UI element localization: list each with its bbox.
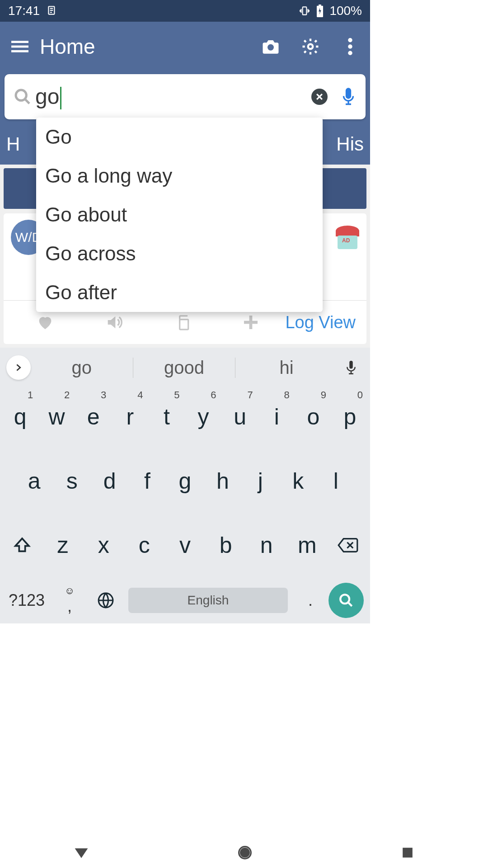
key-j[interactable]: j bbox=[242, 456, 279, 506]
keyboard-suggestion-row: go good hi bbox=[0, 348, 370, 387]
settings-icon[interactable] bbox=[300, 36, 321, 57]
search-box[interactable]: go bbox=[5, 74, 366, 119]
svg-rect-3 bbox=[319, 5, 322, 6]
key-x[interactable]: x bbox=[83, 520, 124, 570]
key-c[interactable]: c bbox=[124, 520, 164, 570]
svg-rect-16 bbox=[244, 321, 258, 324]
key-i[interactable]: 8i bbox=[258, 392, 295, 442]
keyboard: 1q 2w 3e 4r 5t 6y 7u 8i 9o 0p a s d f g … bbox=[0, 387, 370, 623]
svg-point-7 bbox=[267, 44, 274, 51]
svg-point-10 bbox=[348, 44, 352, 49]
svg-rect-6 bbox=[11, 50, 28, 52]
doc-icon bbox=[46, 5, 58, 17]
svg-point-8 bbox=[308, 44, 313, 49]
suggestion-item[interactable]: Go a long way bbox=[36, 156, 323, 195]
key-f[interactable]: f bbox=[128, 456, 166, 506]
svg-point-9 bbox=[348, 38, 352, 42]
key-h[interactable]: h bbox=[204, 456, 241, 506]
suggestions-dropdown: Go Go a long way Go about Go across Go a… bbox=[36, 118, 323, 312]
vibrate-icon bbox=[299, 5, 310, 17]
clear-icon[interactable] bbox=[311, 89, 328, 105]
svg-rect-1 bbox=[303, 7, 307, 14]
search-action-key[interactable] bbox=[328, 583, 364, 618]
svg-rect-13 bbox=[347, 89, 351, 98]
battery-icon bbox=[316, 5, 324, 17]
svg-rect-5 bbox=[11, 46, 28, 48]
kb-suggestion[interactable]: hi bbox=[235, 358, 338, 378]
key-z[interactable]: z bbox=[42, 520, 83, 570]
svg-point-11 bbox=[348, 51, 352, 56]
key-u[interactable]: 7u bbox=[222, 392, 258, 442]
mic-icon[interactable] bbox=[340, 87, 357, 107]
key-w[interactable]: 2w bbox=[38, 392, 75, 442]
key-v[interactable]: v bbox=[164, 520, 205, 570]
emoji-icon: ☺ bbox=[52, 585, 88, 597]
key-r[interactable]: 4r bbox=[112, 392, 148, 442]
svg-rect-4 bbox=[11, 41, 28, 43]
key-n[interactable]: n bbox=[246, 520, 287, 570]
kb-suggestion[interactable]: go bbox=[31, 358, 133, 378]
search-input[interactable]: go bbox=[35, 84, 61, 109]
menu-icon[interactable] bbox=[9, 36, 31, 57]
status-bar: 17:41 100% bbox=[0, 0, 370, 22]
suggestion-item[interactable]: Go across bbox=[36, 234, 323, 273]
camera-icon[interactable] bbox=[260, 36, 282, 57]
key-b[interactable]: b bbox=[206, 520, 246, 570]
key-g[interactable]: g bbox=[166, 456, 204, 506]
log-view-link[interactable]: Log View bbox=[285, 313, 359, 332]
app-bar: Home bbox=[0, 22, 370, 71]
search-icon bbox=[14, 88, 32, 106]
period-key[interactable]: . bbox=[292, 591, 328, 610]
favorite-icon[interactable] bbox=[11, 313, 80, 331]
symbols-key[interactable]: ?123 bbox=[2, 591, 52, 610]
copy-icon[interactable] bbox=[148, 314, 217, 331]
key-e[interactable]: 3e bbox=[75, 392, 112, 442]
kb-suggestion[interactable]: good bbox=[133, 358, 236, 378]
key-t[interactable]: 5t bbox=[148, 392, 185, 442]
more-icon[interactable] bbox=[339, 36, 361, 57]
keyboard-mic-icon[interactable] bbox=[338, 359, 365, 376]
keyboard-row-2: a s d f g h j k l bbox=[2, 456, 368, 506]
gift-ad-icon[interactable]: AD bbox=[336, 226, 359, 249]
emoji-comma-key[interactable]: ☺ , bbox=[52, 585, 88, 616]
key-p[interactable]: 0p bbox=[332, 392, 368, 442]
battery-percent: 100% bbox=[329, 4, 362, 18]
suggestion-item[interactable]: Go bbox=[36, 118, 323, 156]
page-title: Home bbox=[40, 34, 95, 59]
tab-home-partial[interactable]: H bbox=[6, 133, 20, 155]
keyboard-row-4: ?123 ☺ , English . bbox=[2, 580, 368, 621]
key-l[interactable]: l bbox=[317, 456, 355, 506]
suggestion-item[interactable]: Go about bbox=[36, 195, 323, 234]
space-key[interactable]: English bbox=[128, 588, 288, 613]
svg-rect-14 bbox=[179, 320, 188, 330]
status-time: 17:41 bbox=[8, 4, 40, 18]
speaker-icon[interactable] bbox=[80, 313, 148, 331]
keyboard-row-3: z x c v b n m bbox=[2, 520, 368, 570]
suggestion-item[interactable]: Go after bbox=[36, 273, 323, 312]
key-y[interactable]: 6y bbox=[185, 392, 222, 442]
key-q[interactable]: 1q bbox=[2, 392, 38, 442]
shift-key[interactable] bbox=[2, 536, 42, 554]
expand-icon[interactable] bbox=[6, 355, 31, 380]
key-k[interactable]: k bbox=[279, 456, 317, 506]
add-icon[interactable] bbox=[217, 313, 286, 331]
text-cursor bbox=[60, 87, 61, 109]
key-s[interactable]: s bbox=[53, 456, 90, 506]
language-key[interactable] bbox=[88, 592, 124, 609]
svg-point-19 bbox=[340, 594, 349, 604]
key-a[interactable]: a bbox=[15, 456, 53, 506]
keyboard-row-1: 1q 2w 3e 4r 5t 6y 7u 8i 9o 0p bbox=[2, 392, 368, 442]
search-wrap: go bbox=[0, 71, 370, 124]
svg-rect-17 bbox=[349, 361, 353, 369]
key-d[interactable]: d bbox=[91, 456, 128, 506]
svg-point-12 bbox=[16, 90, 26, 100]
key-o[interactable]: 9o bbox=[295, 392, 332, 442]
backspace-key[interactable] bbox=[328, 537, 368, 553]
tab-history-partial[interactable]: His bbox=[336, 133, 364, 155]
key-m[interactable]: m bbox=[287, 520, 328, 570]
